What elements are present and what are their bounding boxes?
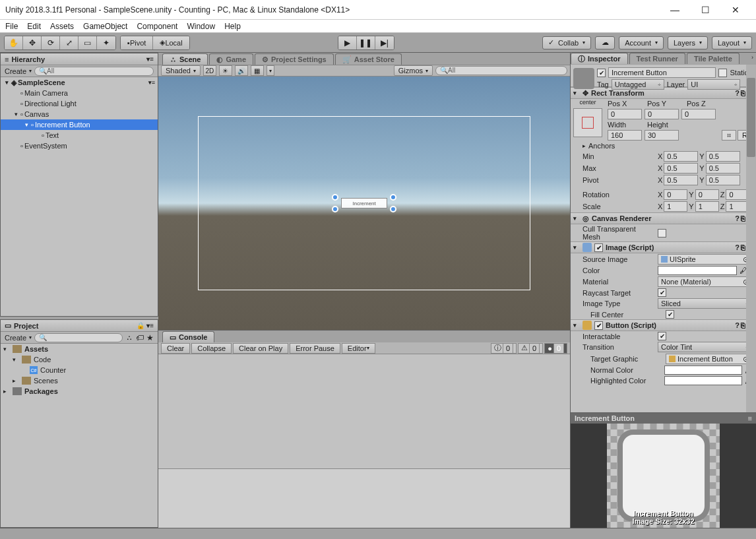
fill-center-checkbox[interactable]: ✔ (666, 310, 674, 319)
anchor-min-x[interactable]: 0.5 (664, 151, 698, 162)
console-clear-on-play[interactable]: Clear on Play (233, 343, 288, 354)
highlight-color-field[interactable] (664, 376, 742, 385)
tab-test-runner[interactable]: Test Runner (629, 53, 685, 64)
hierarchy-item-light[interactable]: ▫ Directional Light (1, 98, 158, 109)
preview-header[interactable]: Increment Button≡ (571, 413, 756, 424)
project-folder-scenes[interactable]: ▸Scenes (1, 375, 158, 386)
maximize-button[interactable]: ☐ (690, 0, 720, 20)
layout-dropdown[interactable]: Layout▾ (712, 36, 752, 49)
project-filter-2[interactable]: 🏷 (136, 333, 144, 342)
hierarchy-options[interactable]: ▾≡ (146, 55, 154, 63)
collab-dropdown[interactable]: ✓ Collab▾ (542, 36, 591, 49)
project-file-counter[interactable]: C#Counter (1, 365, 158, 375)
tab-console[interactable]: ▭ Console (162, 331, 214, 342)
button-header[interactable]: ▾✔Button (Script)?⎘⚙ (571, 319, 756, 331)
project-options[interactable]: 🔒 ▾≡ (137, 322, 154, 329)
height-field[interactable]: 30 (645, 130, 679, 141)
project-folder-code[interactable]: ▾Code (1, 354, 158, 365)
menu-file[interactable]: File (5, 22, 18, 31)
normal-color-field[interactable] (664, 365, 742, 375)
rot-x[interactable]: 0 (664, 189, 687, 200)
console-clear[interactable]: Clear (161, 343, 190, 354)
button-enabled[interactable]: ✔ (594, 321, 603, 330)
pivot-y[interactable]: 0.5 (706, 175, 740, 185)
transform-tool[interactable]: ✦ (97, 36, 115, 49)
handle-tl[interactable] (332, 194, 338, 201)
move-tool[interactable]: ✥ (23, 36, 42, 49)
raycast-checkbox[interactable]: ✔ (658, 288, 666, 297)
width-field[interactable]: 160 (608, 130, 642, 141)
pivot-toggle[interactable]: ▪ Pivot (121, 36, 153, 49)
console-messages[interactable] (158, 354, 570, 468)
comp-help[interactable]: ? (735, 89, 740, 98)
tab-tile-palette[interactable]: Tile Palette (687, 53, 740, 64)
rect-tool[interactable]: ▭ (79, 36, 97, 49)
scene-view[interactable]: Increment (158, 77, 570, 330)
tag-dropdown[interactable]: Untagged÷ (612, 79, 664, 90)
interactable-checkbox[interactable]: ✔ (658, 332, 666, 340)
image-color-field[interactable] (658, 266, 737, 275)
target-graphic-field[interactable]: Increment Button⊙ (666, 354, 752, 364)
gameobject-icon[interactable] (573, 68, 594, 89)
anchor-max-x[interactable]: 0.5 (664, 163, 698, 174)
cull-checkbox[interactable] (658, 229, 666, 238)
layers-dropdown[interactable]: Layers▾ (668, 36, 708, 49)
hierarchy-item-increment-button[interactable]: ▾▫ Increment Button (1, 119, 158, 130)
image-enabled[interactable]: ✔ (594, 243, 603, 252)
console-warn-count[interactable]: ⚠ 0 (518, 343, 543, 354)
scene-search[interactable]: 🔍All (435, 66, 567, 75)
console-info-count[interactable]: ⓘ 0 (491, 343, 517, 354)
tab-inspector[interactable]: ⓘ Inspector (571, 53, 628, 64)
gameobject-active-checkbox[interactable]: ✔ (597, 69, 606, 77)
project-search[interactable]: 🔍 (34, 333, 123, 342)
gizmos-dropdown[interactable]: Gizmos ▾ (394, 65, 433, 76)
fx-dropdown[interactable]: ▾ (267, 65, 274, 76)
anchor-preset[interactable] (573, 108, 602, 137)
posx-field[interactable]: 0 (608, 109, 642, 119)
project-packages[interactable]: ▸Packages (1, 386, 158, 396)
inspector-scrollbar[interactable] (746, 65, 756, 412)
scale-y[interactable]: 1 (695, 201, 719, 212)
local-toggle[interactable]: ◈ Local (153, 36, 189, 49)
source-image-field[interactable]: UISprite⊙ (658, 254, 752, 265)
shading-mode[interactable]: Shaded ▾ (161, 65, 201, 76)
menu-assets[interactable]: Assets (50, 22, 74, 31)
menu-help[interactable]: Help (224, 22, 241, 31)
hierarchy-tab[interactable]: ≡ Hierarchy ▾≡ (1, 53, 158, 65)
fx-toggle[interactable]: ▦ (251, 65, 264, 76)
play-button[interactable]: ▶ (338, 36, 357, 49)
minimize-button[interactable]: — (660, 0, 690, 20)
tab-project-settings[interactable]: ⚙ Project Settings (255, 53, 334, 65)
audio-toggle[interactable]: 🔊 (235, 65, 248, 76)
rot-y[interactable]: 0 (695, 189, 719, 200)
anchor-min-y[interactable]: 0.5 (706, 151, 740, 162)
hierarchy-item-maincamera[interactable]: ▫ Main Camera (1, 88, 158, 98)
hand-tool[interactable]: ✋ (5, 36, 23, 49)
close-button[interactable]: ✕ (720, 0, 751, 20)
hierarchy-scene[interactable]: ▾◈ SampleScene▾≡ (1, 77, 158, 88)
comp-preset[interactable]: ⎘ (741, 89, 745, 98)
menu-gameobject[interactable]: GameObject (83, 22, 127, 31)
menu-edit[interactable]: Edit (27, 22, 41, 31)
anchor-max-y[interactable]: 0.5 (706, 163, 740, 174)
project-tab[interactable]: ▭ Project 🔒 ▾≡ (1, 320, 158, 332)
handle-br[interactable] (390, 206, 396, 212)
tab-game[interactable]: ◐ Game (209, 53, 253, 65)
inspector-nav[interactable]: › (749, 53, 756, 65)
hierarchy-create[interactable]: Create (5, 67, 26, 75)
blueprint-mode[interactable]: ⌗ (722, 130, 736, 141)
hierarchy-search[interactable]: 🔍All (34, 67, 154, 76)
transition-dropdown[interactable]: Color Tint÷ (658, 342, 752, 352)
image-type-dropdown[interactable]: Sliced÷ (658, 298, 752, 309)
material-field[interactable]: None (Material)⊙ (658, 276, 752, 287)
project-save-filter[interactable]: ★ (146, 333, 154, 342)
cloud-button[interactable]: ☁ (595, 36, 615, 49)
posy-field[interactable]: 0 (645, 109, 679, 119)
console-editor[interactable]: Editor ▾ (342, 343, 375, 354)
hierarchy-item-eventsystem[interactable]: ▫ EventSystem (1, 141, 158, 151)
console-collapse[interactable]: Collapse (191, 343, 232, 354)
menu-component[interactable]: Component (137, 22, 177, 31)
rotate-tool[interactable]: ⟳ (42, 36, 60, 49)
handle-bl[interactable] (332, 206, 338, 212)
account-dropdown[interactable]: Account▾ (619, 36, 664, 49)
